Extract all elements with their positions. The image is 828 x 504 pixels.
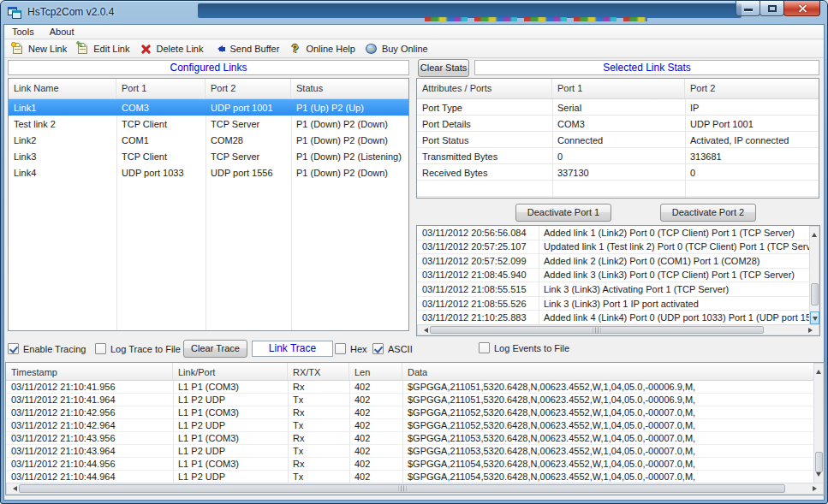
deactivate-port1-button[interactable]: Deactivate Port 1 xyxy=(515,204,611,222)
edit-document-icon: ✎ xyxy=(76,42,90,56)
scrollbar-thumb[interactable] xyxy=(815,452,823,472)
minimize-icon xyxy=(744,9,753,11)
scroll-up-icon[interactable] xyxy=(816,367,821,374)
trace-row[interactable]: 03/11/2012 21:10:43.964 L1 P2 UDP Tx 402… xyxy=(6,445,815,458)
event-row[interactable]: 03/11/2012 21:08:45.940 Added link 3 (Li… xyxy=(417,269,810,283)
event-row[interactable]: 03/11/2012 20:57:52.099 Added link 2 (Li… xyxy=(417,254,810,269)
log-trace-label: Log Trace to File xyxy=(110,344,181,354)
link-stats-table: Attributes / Ports Port 1 Port 2 Port Ty… xyxy=(416,78,819,199)
trace-row[interactable]: 03/11/2012 21:10:42.956 L1 P1 (COM3) Rx … xyxy=(6,406,815,419)
link-trace-title: Link Trace xyxy=(252,341,333,357)
scroll-right-icon[interactable] xyxy=(808,328,815,333)
stats-row: Transmitted Bytes 0 313681 xyxy=(417,148,819,164)
trace-row[interactable]: 03/11/2012 21:10:42.964 L1 P2 UDP Tx 402… xyxy=(6,419,815,432)
column-header: Attributes / Ports xyxy=(417,79,552,98)
titlebar-glass-band xyxy=(198,3,742,18)
link-row[interactable]: Test link 2 TCP Client TCP Server P1 (Do… xyxy=(9,116,408,132)
scrollbar-thumb[interactable] xyxy=(430,326,764,334)
new-document-icon xyxy=(11,42,25,56)
event-log-hscrollbar[interactable] xyxy=(417,324,819,335)
trace-row[interactable]: 03/11/2012 21:10:41.964 L1 P2 UDP Tx 402… xyxy=(6,394,815,406)
trace-row[interactable]: 03/11/2012 21:10:44.964 L1 P2 UDP Tx 402… xyxy=(6,471,815,483)
configured-links-body: Link1 COM3 UDP port 1001 P1 (Up) P2 (Up)… xyxy=(9,99,408,330)
window-controls xyxy=(736,1,820,16)
column-header[interactable]: Link/Port xyxy=(173,363,288,380)
delete-link-button[interactable]: Delete Link xyxy=(135,40,209,57)
log-trace-checkbox[interactable] xyxy=(95,343,106,354)
question-mark-icon: ? xyxy=(289,42,302,56)
app-window: HsTcp2Com v2.0.4 Tools About New Link ✎ … xyxy=(0,0,828,504)
column-divider xyxy=(539,226,539,325)
column-header[interactable]: Status xyxy=(291,79,408,98)
online-help-button[interactable]: ? Online Help xyxy=(285,40,360,57)
link-row[interactable]: Link2 COM1 COM28 P1 (Down) P2 (Down) xyxy=(9,132,408,148)
link-row[interactable]: Link4 UDP port 1033 UDP port 1556 P1 (Do… xyxy=(9,164,408,181)
link-stats-body: Port Type Serial IP Port Details COM3 UD… xyxy=(417,99,819,198)
scrollbar-thumb[interactable] xyxy=(811,283,819,305)
toolbar: New Link ✎ Edit Link Delete Link Send Bu… xyxy=(4,40,824,58)
scroll-down-button[interactable] xyxy=(810,311,819,324)
trace-row[interactable]: 03/11/2012 21:10:44.956 L1 P1 (COM3) Rx … xyxy=(6,458,815,471)
maximize-button[interactable] xyxy=(759,1,784,16)
configured-links-table: Link Name Port 1 Port 2 Status Link1 COM… xyxy=(8,78,409,331)
clear-stats-button[interactable]: Clear Stats xyxy=(418,59,469,77)
trace-row[interactable]: 03/11/2012 21:10:41.956 L1 P1 (COM3) Rx … xyxy=(6,381,815,394)
menu-about[interactable]: About xyxy=(42,25,82,39)
app-icon[interactable] xyxy=(8,5,21,19)
clear-trace-button[interactable]: Clear Trace xyxy=(183,340,247,358)
scroll-down-icon[interactable] xyxy=(816,472,821,479)
event-row[interactable]: 03/11/2012 20:57:25.107 Updated link 1 (… xyxy=(417,240,810,255)
red-x-icon xyxy=(139,42,152,56)
trace-hscrollbar[interactable] xyxy=(6,483,824,495)
window-title: HsTcp2Com v2.0.4 xyxy=(27,6,114,18)
scroll-up-icon[interactable] xyxy=(812,230,817,237)
minimize-button[interactable] xyxy=(736,1,760,16)
trace-body: 03/11/2012 21:10:41.956 L1 P1 (COM3) Rx … xyxy=(6,381,815,483)
link-row[interactable]: Link3 TCP Client TCP Server P1 (Down) P2… xyxy=(9,148,408,164)
column-header[interactable]: Timestamp xyxy=(6,363,173,380)
buy-online-button[interactable]: Buy Online xyxy=(361,40,434,57)
stats-row: Port Status Connected Activated, IP conn… xyxy=(417,132,819,148)
desktop-glimpse-strip xyxy=(425,17,647,21)
ascii-label: ASCII xyxy=(388,344,413,354)
scrollbar-thumb[interactable] xyxy=(19,484,785,493)
column-header[interactable]: Len xyxy=(349,363,402,380)
column-header: Port 1 xyxy=(552,79,685,98)
blue-left-arrow-icon xyxy=(213,42,227,56)
close-button[interactable] xyxy=(783,1,820,16)
column-header[interactable]: Link Name xyxy=(9,79,116,98)
edit-link-button[interactable]: ✎ Edit Link xyxy=(73,40,135,57)
scroll-left-icon[interactable] xyxy=(10,486,17,491)
configured-links-title: Configured Links xyxy=(8,60,409,75)
column-header[interactable]: Data xyxy=(402,363,815,380)
link-stats-header: Attributes / Ports Port 1 Port 2 xyxy=(417,79,819,99)
event-row[interactable]: 03/11/2012 20:56:56.084 Added link 1 (Li… xyxy=(417,226,810,240)
scroll-right-icon[interactable] xyxy=(813,486,819,491)
event-row[interactable]: 03/11/2012 21:08:55.515 Link 3 (Link3) A… xyxy=(417,282,810,297)
column-header[interactable]: Port 2 xyxy=(206,79,291,98)
event-row[interactable]: 03/11/2012 21:10:25.883 Added link 4 (Li… xyxy=(417,311,810,325)
hex-label: Hex xyxy=(350,344,367,354)
scroll-left-icon[interactable] xyxy=(421,328,428,333)
trace-row[interactable]: 03/11/2012 21:10:43.956 L1 P1 (COM3) Rx … xyxy=(6,432,815,445)
title-bar[interactable]: HsTcp2Com v2.0.4 xyxy=(1,1,827,24)
trace-vscrollbar[interactable] xyxy=(813,363,824,483)
ascii-checkbox[interactable] xyxy=(372,343,384,354)
deactivate-port2-button[interactable]: Deactivate Port 2 xyxy=(660,204,756,222)
new-link-button[interactable]: New Link xyxy=(8,40,73,57)
hex-checkbox[interactable] xyxy=(335,343,346,354)
log-events-checkbox[interactable] xyxy=(479,342,490,353)
event-log: 03/11/2012 20:56:56.084 Added link 1 (Li… xyxy=(416,225,820,336)
column-header[interactable]: RX/TX xyxy=(288,363,349,380)
column-header[interactable]: Port 1 xyxy=(116,79,206,98)
stats-row: Received Bytes 337130 0 xyxy=(417,164,819,181)
event-log-body: 03/11/2012 20:56:56.084 Added link 1 (Li… xyxy=(417,226,810,325)
scroll-down-icon xyxy=(813,317,818,323)
trace-header: Timestamp Link/Port RX/TX Len Data xyxy=(6,363,815,381)
event-row[interactable]: 03/11/2012 21:08:55.526 Link 3 (Link3) P… xyxy=(417,297,810,311)
link-row[interactable]: Link1 COM3 UDP port 1001 P1 (Up) P2 (Up) xyxy=(9,99,408,116)
menu-tools[interactable]: Tools xyxy=(4,25,42,39)
enable-tracing-checkbox[interactable] xyxy=(8,343,19,354)
send-buffer-button[interactable]: Send Buffer xyxy=(210,40,286,57)
event-log-vscrollbar[interactable] xyxy=(809,226,819,325)
